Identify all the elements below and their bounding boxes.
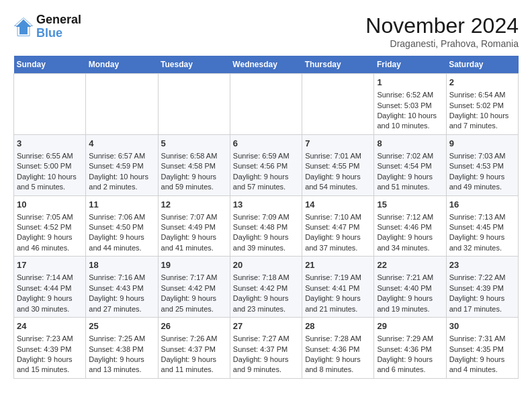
day-number: 22 — [377, 259, 443, 271]
month-title: November 2024 — [365, 13, 519, 38]
calendar-cell: 30Sunrise: 7:31 AMSunset: 4:35 PMDayligh… — [446, 318, 518, 379]
calendar-week-1: 3Sunrise: 6:55 AMSunset: 5:00 PMDaylight… — [14, 134, 519, 195]
header-wednesday: Wednesday — [230, 56, 302, 74]
calendar-cell: 14Sunrise: 7:10 AMSunset: 4:47 PMDayligh… — [302, 195, 374, 257]
calendar-cell: 28Sunrise: 7:28 AMSunset: 4:36 PMDayligh… — [302, 318, 374, 379]
day-number: 21 — [305, 259, 371, 271]
day-info: Daylight: 9 hours and 44 minutes. — [89, 232, 154, 253]
day-info: Daylight: 10 hours and 5 minutes. — [17, 172, 83, 193]
day-info: Daylight: 9 hours and 15 minutes. — [17, 355, 83, 375]
day-number: 12 — [161, 199, 227, 211]
day-number: 27 — [233, 320, 299, 332]
calendar-cell: 19Sunrise: 7:17 AMSunset: 4:42 PMDayligh… — [158, 257, 230, 318]
header-monday: Monday — [86, 56, 158, 74]
day-info: Sunset: 4:42 PM — [233, 283, 299, 293]
day-info: Sunrise: 6:58 AM — [161, 151, 227, 161]
day-info: Sunrise: 7:21 AM — [377, 273, 443, 283]
day-info: Sunset: 4:59 PM — [89, 161, 154, 171]
day-number: 23 — [449, 259, 515, 271]
day-number: 6 — [233, 138, 299, 150]
calendar-cell: 24Sunrise: 7:23 AMSunset: 4:39 PMDayligh… — [14, 318, 86, 379]
day-number: 28 — [305, 320, 371, 332]
day-info: Daylight: 9 hours and 32 minutes. — [449, 232, 515, 253]
calendar-cell: 4Sunrise: 6:57 AMSunset: 4:59 PMDaylight… — [86, 134, 158, 195]
day-info: Sunset: 4:53 PM — [449, 161, 515, 171]
calendar-cell: 5Sunrise: 6:58 AMSunset: 4:58 PMDaylight… — [158, 134, 230, 195]
day-info: Sunset: 4:47 PM — [305, 222, 371, 232]
day-info: Sunset: 4:58 PM — [161, 161, 227, 171]
day-info: Daylight: 9 hours and 25 minutes. — [161, 293, 227, 314]
day-number: 13 — [233, 199, 299, 211]
page-header: General Blue November 2024 Draganesti, P… — [13, 13, 519, 49]
day-info: Sunrise: 7:05 AM — [17, 212, 83, 222]
day-info: Sunset: 5:00 PM — [17, 161, 83, 171]
calendar-header-row: SundayMondayTuesdayWednesdayThursdayFrid… — [14, 56, 519, 74]
day-info: Sunrise: 7:14 AM — [17, 273, 83, 283]
day-number: 3 — [17, 138, 83, 150]
calendar-cell: 9Sunrise: 7:03 AMSunset: 4:53 PMDaylight… — [446, 134, 518, 195]
day-number: 18 — [89, 259, 154, 271]
day-info: Sunrise: 6:54 AM — [449, 90, 515, 100]
day-info: Daylight: 9 hours and 34 minutes. — [377, 232, 443, 253]
day-number: 24 — [17, 320, 83, 332]
day-info: Daylight: 9 hours and 39 minutes. — [233, 232, 299, 253]
calendar-cell: 7Sunrise: 7:01 AMSunset: 4:55 PMDaylight… — [302, 134, 374, 195]
day-info: Sunset: 4:37 PM — [233, 345, 299, 355]
day-info: Sunset: 4:56 PM — [233, 161, 299, 171]
header-thursday: Thursday — [302, 56, 374, 74]
day-info: Sunrise: 7:25 AM — [89, 334, 154, 344]
calendar-cell: 3Sunrise: 6:55 AMSunset: 5:00 PMDaylight… — [14, 134, 86, 195]
day-number: 20 — [233, 259, 299, 271]
day-info: Sunrise: 7:01 AM — [305, 151, 371, 161]
calendar-cell: 13Sunrise: 7:09 AMSunset: 4:48 PMDayligh… — [230, 195, 302, 257]
day-info: Sunrise: 7:12 AM — [377, 212, 443, 222]
day-info: Daylight: 9 hours and 57 minutes. — [233, 172, 299, 193]
day-info: Daylight: 9 hours and 11 minutes. — [161, 355, 227, 375]
calendar-cell — [230, 74, 302, 135]
day-info: Sunrise: 7:13 AM — [449, 212, 515, 222]
svg-marker-0 — [16, 19, 32, 35]
day-info: Daylight: 10 hours and 10 minutes. — [377, 111, 443, 132]
day-info: Sunrise: 7:07 AM — [161, 212, 227, 222]
day-info: Sunrise: 7:22 AM — [449, 273, 515, 283]
day-info: Sunset: 4:52 PM — [17, 222, 83, 232]
day-info: Daylight: 9 hours and 19 minutes. — [377, 293, 443, 314]
calendar-cell: 11Sunrise: 7:06 AMSunset: 4:50 PMDayligh… — [86, 195, 158, 257]
location-subtitle: Draganesti, Prahova, Romania — [365, 38, 519, 49]
calendar-cell: 27Sunrise: 7:27 AMSunset: 4:37 PMDayligh… — [230, 318, 302, 379]
day-info: Daylight: 9 hours and 13 minutes. — [89, 355, 154, 375]
day-info: Daylight: 9 hours and 8 minutes. — [305, 355, 371, 375]
calendar-cell: 26Sunrise: 7:26 AMSunset: 4:37 PMDayligh… — [158, 318, 230, 379]
day-number: 15 — [377, 199, 443, 211]
header-friday: Friday — [374, 56, 446, 74]
calendar-cell: 8Sunrise: 7:02 AMSunset: 4:54 PMDaylight… — [374, 134, 446, 195]
header-tuesday: Tuesday — [158, 56, 230, 74]
calendar-week-4: 24Sunrise: 7:23 AMSunset: 4:39 PMDayligh… — [14, 318, 519, 379]
day-info: Sunset: 4:40 PM — [377, 283, 443, 293]
header-sunday: Sunday — [14, 56, 86, 74]
day-info: Daylight: 9 hours and 54 minutes. — [305, 172, 371, 193]
calendar-cell: 17Sunrise: 7:14 AMSunset: 4:44 PMDayligh… — [14, 257, 86, 318]
day-info: Sunrise: 7:03 AM — [449, 151, 515, 161]
day-info: Daylight: 10 hours and 7 minutes. — [449, 111, 515, 132]
day-number: 30 — [449, 320, 515, 332]
day-number: 14 — [305, 199, 371, 211]
logo-text: General Blue — [36, 13, 81, 40]
calendar-week-3: 17Sunrise: 7:14 AMSunset: 4:44 PMDayligh… — [14, 257, 519, 318]
day-info: Sunset: 4:43 PM — [89, 283, 154, 293]
day-info: Daylight: 9 hours and 6 minutes. — [377, 355, 443, 375]
day-number: 8 — [377, 138, 443, 150]
day-info: Daylight: 9 hours and 21 minutes. — [305, 293, 371, 314]
calendar-week-2: 10Sunrise: 7:05 AMSunset: 4:52 PMDayligh… — [14, 195, 519, 257]
day-info: Sunset: 4:38 PM — [89, 345, 154, 355]
day-info: Sunrise: 7:10 AM — [305, 212, 371, 222]
day-info: Sunrise: 7:23 AM — [17, 334, 83, 344]
day-info: Daylight: 9 hours and 9 minutes. — [233, 355, 299, 375]
calendar-cell: 29Sunrise: 7:29 AMSunset: 4:36 PMDayligh… — [374, 318, 446, 379]
day-info: Sunset: 4:50 PM — [89, 222, 154, 232]
day-info: Daylight: 9 hours and 17 minutes. — [449, 293, 515, 314]
calendar-cell: 25Sunrise: 7:25 AMSunset: 4:38 PMDayligh… — [86, 318, 158, 379]
day-info: Sunrise: 7:06 AM — [89, 212, 154, 222]
day-info: Sunrise: 6:59 AM — [233, 151, 299, 161]
calendar-body: 1Sunrise: 6:52 AMSunset: 5:03 PMDaylight… — [14, 74, 519, 379]
